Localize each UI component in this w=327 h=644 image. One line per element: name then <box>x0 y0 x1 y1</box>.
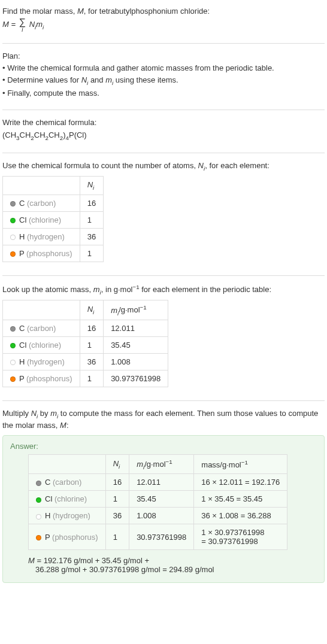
cell-m: 30.973761998 <box>129 524 194 550</box>
eq-rhs: Nimi <box>29 20 44 29</box>
cell-N: 1 <box>105 491 129 508</box>
table-body: C (carbon)1612.011Cl (chlorine)135.45H (… <box>3 320 168 387</box>
cell-mass: 1 × 30.973761998= 30.973761998 <box>194 524 287 550</box>
element-symbol: C <box>45 478 50 487</box>
cell-element: H (hydrogen) <box>3 354 80 370</box>
table-row: Cl (chlorine)1 <box>3 211 104 228</box>
element-symbol: C <box>19 199 25 208</box>
cell-N: 1 <box>80 245 103 262</box>
cell-N: 16 <box>80 195 103 211</box>
col-N: Ni <box>80 300 103 320</box>
element-symbol: H <box>19 357 25 366</box>
element-symbol: P <box>45 533 50 542</box>
text: = 192.176 g/mol + 35.45 g/mol + <box>35 556 149 565</box>
element-dot-icon <box>36 514 41 520</box>
col-N: Ni <box>105 454 129 474</box>
text: • Determine values for <box>2 75 81 84</box>
section-title: Write the chemical formula: <box>2 117 325 128</box>
table-header-row: Ni <box>3 177 104 195</box>
divider <box>2 43 325 44</box>
sup: −1 <box>133 284 140 290</box>
element-name: (hydrogen) <box>27 232 65 241</box>
element-name: (chlorine) <box>54 494 87 503</box>
element-name: (carbon) <box>27 324 56 333</box>
text: N <box>87 305 93 314</box>
element-dot-icon <box>36 497 41 503</box>
table-row: C (carbon)16 <box>3 195 104 211</box>
element-name: (phosphorus) <box>26 374 72 383</box>
table-header-row: Ni mi/g·mol−1 mass/g·mol−1 <box>29 454 287 474</box>
text: m <box>105 75 112 84</box>
text: mass/g·mol <box>201 460 241 469</box>
text: m <box>93 285 100 294</box>
answer-title: Answer: <box>10 442 317 451</box>
element-name: (phosphorus) <box>26 249 72 258</box>
cell-m: 12.011 <box>104 320 168 337</box>
cell-N: 1 <box>80 337 103 354</box>
table-row: Cl (chlorine)135.45 <box>3 337 168 354</box>
element-dot-icon <box>10 376 16 382</box>
section-title: Use the chemical formula to count the nu… <box>2 160 325 172</box>
table-row: C (carbon)1612.01116 × 12.011 = 192.176 <box>29 474 287 491</box>
text: Look up the atomic mass, <box>2 285 93 294</box>
table-row: Cl (chlorine)135.451 × 35.45 = 35.45 <box>29 491 287 508</box>
section-title: Look up the atomic mass, mi, in g·mol−1 … <box>2 283 325 297</box>
cell-N: 16 <box>105 474 129 491</box>
cell-element: H (hydrogen) <box>3 228 80 245</box>
text: /g·mol <box>144 460 165 469</box>
cell-element: Cl (chlorine) <box>3 211 80 228</box>
table-row: H (hydrogen)361.00836 × 1.008 = 36.288 <box>29 508 287 524</box>
divider <box>2 400 325 401</box>
divider <box>2 110 325 110</box>
sum-index: i <box>19 27 26 32</box>
text: M = <box>2 20 18 29</box>
plan-bullet: • Finally, compute the mass. <box>2 88 325 99</box>
plan-bullet: • Determine values for Ni and mi using t… <box>2 75 325 87</box>
text: , for each element: <box>205 161 270 170</box>
eq-lhs: M = <box>2 20 18 29</box>
element-dot-icon <box>10 251 16 257</box>
mass-section: Look up the atomic mass, mi, in g·mol−1 … <box>2 280 325 397</box>
text: N <box>31 409 37 418</box>
text: , for tetrabutylphosphonium chloride: <box>84 7 210 16</box>
cell-element: H (hydrogen) <box>29 508 106 524</box>
var-m: m <box>36 20 43 29</box>
cell-element: Cl (chlorine) <box>3 337 80 354</box>
var-N: Ni <box>198 161 205 170</box>
text: and <box>88 75 105 84</box>
cell-element: C (carbon) <box>29 474 106 491</box>
text: Multiply <box>2 409 31 418</box>
section-title: Multiply Ni by mi to compute the mass fo… <box>2 408 325 431</box>
cell-N: 16 <box>80 320 103 337</box>
text: , in g·mol <box>101 285 133 294</box>
answer-table: Ni mi/g·mol−1 mass/g·mol−1 C (carbon)161… <box>28 454 287 551</box>
col-m: mi/g·mol−1 <box>104 300 168 320</box>
table-row: P (phosphorus)130.9737619981 × 30.973761… <box>29 524 287 550</box>
cell-m: 1.008 <box>104 354 168 370</box>
var-m: mi <box>93 285 101 294</box>
element-name: (chlorine) <box>29 341 61 350</box>
text: N <box>198 161 204 170</box>
element-name: (carbon) <box>27 199 56 208</box>
text: /g·mol <box>119 306 140 315</box>
element-symbol: P <box>19 374 24 383</box>
count-table: Ni C (carbon)16Cl (chlorine)1H (hydrogen… <box>2 176 104 262</box>
sub-i: i <box>93 309 94 315</box>
var-N: N <box>29 20 35 29</box>
sigma-sum: ∑i <box>19 18 26 32</box>
cell-m: 1.008 <box>129 508 194 524</box>
text: m <box>137 460 143 469</box>
cell-m: 35.45 <box>104 337 168 354</box>
answer-box: Answer: Ni mi/g·mol−1 mass/g·mol−1 C (ca… <box>2 435 325 584</box>
element-dot-icon <box>10 326 16 332</box>
text: Use the chemical formula to count the nu… <box>2 161 198 170</box>
col-element <box>3 300 80 320</box>
table-header-row: Ni mi/g·mol−1 <box>3 300 168 320</box>
text: N <box>81 75 87 84</box>
element-dot-icon <box>10 235 16 240</box>
plan-section: Plan: • Write the chemical formula and g… <box>2 47 325 107</box>
text: N <box>87 180 93 189</box>
cell-element: P (phosphorus) <box>3 245 80 262</box>
var-m: mi <box>105 75 113 84</box>
table-row: P (phosphorus)1 <box>3 245 104 262</box>
